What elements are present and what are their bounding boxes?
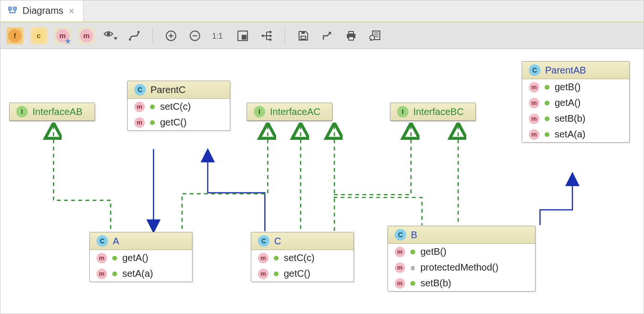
visibility-dropdown-button[interactable] <box>102 27 119 44</box>
save-button[interactable] <box>295 27 312 44</box>
edge-style-button[interactable] <box>126 27 143 44</box>
tab-diagrams[interactable]: Diagrams ✕ <box>0 0 84 21</box>
svg-point-38 <box>410 281 415 286</box>
svg-rect-20 <box>349 31 354 34</box>
node-title: InterfaceAC <box>270 106 321 117</box>
svg-point-12 <box>269 31 272 33</box>
curve-icon <box>129 30 140 42</box>
close-icon[interactable]: ✕ <box>68 7 75 16</box>
class-badge-icon: C <box>395 229 406 241</box>
node-body: m getA() m setA(a) <box>90 250 192 282</box>
layout-button[interactable] <box>258 27 275 44</box>
member-row[interactable]: m setB(b) <box>388 275 535 291</box>
svg-point-33 <box>112 272 117 276</box>
member-row[interactable]: m getA() <box>522 95 629 111</box>
export-button[interactable] <box>319 27 336 44</box>
preview-button[interactable] <box>366 27 384 44</box>
node-b[interactable]: C B m getB() m protectedMethod() m setB(… <box>387 226 536 292</box>
public-icon <box>111 271 118 277</box>
svg-point-32 <box>112 256 117 261</box>
svg-point-14 <box>269 38 272 41</box>
node-title: InterfaceBC <box>413 106 464 117</box>
svg-point-15 <box>262 34 264 37</box>
protected-icon <box>409 264 416 271</box>
node-c[interactable]: C C m setC(c) m getC() <box>251 232 354 282</box>
svg-point-28 <box>545 85 549 90</box>
zoom-out-button[interactable] <box>186 27 204 44</box>
method-badge-icon: m <box>258 253 268 263</box>
tab-label: Diagrams <box>22 5 64 16</box>
node-a[interactable]: C A m getA() m setA(a) <box>89 232 193 282</box>
svg-point-5 <box>129 38 131 41</box>
tree-icon <box>261 30 272 42</box>
toggle-fields-button[interactable]: f <box>6 27 23 44</box>
interface-badge-icon: I <box>397 106 408 117</box>
svg-point-26 <box>150 105 155 109</box>
public-icon <box>544 100 550 106</box>
member-row[interactable]: m getB() <box>388 244 535 260</box>
diagram-canvas[interactable]: I InterfaceAB C ParentC m setC(c) m getC… <box>0 49 644 314</box>
actual-size-button[interactable]: 1:1 <box>210 27 227 44</box>
node-body: m setC(c) m getC() <box>128 99 230 130</box>
method-badge-icon: m <box>395 278 405 289</box>
member-row[interactable]: m setA(a) <box>90 266 192 282</box>
class-badge-icon: C <box>97 235 108 247</box>
public-icon <box>544 84 550 91</box>
node-interfacebc[interactable]: I InterfaceBC <box>390 103 476 121</box>
public-icon <box>409 249 416 255</box>
node-parentab[interactable]: C ParentAB m getB() m getA() m setB(b) m <box>522 61 630 143</box>
node-title: ParentC <box>150 84 185 95</box>
zoom-in-button[interactable] <box>162 27 180 44</box>
toggle-methods-starred-button[interactable]: m <box>54 27 71 44</box>
method-badge-icon: m <box>529 82 539 93</box>
node-interfaceab[interactable]: I InterfaceAB <box>9 103 95 121</box>
method-badge-icon: m <box>395 262 405 273</box>
eye-icon <box>103 31 118 41</box>
zoom-out-icon <box>189 30 201 42</box>
member-row[interactable]: m setC(c) <box>251 250 354 266</box>
toggle-constructors-button[interactable]: c <box>30 27 47 44</box>
star-icon <box>65 38 71 44</box>
fit-content-button[interactable] <box>234 27 251 44</box>
public-icon <box>544 131 550 138</box>
search-doc-icon <box>369 31 381 41</box>
print-button[interactable] <box>343 27 360 44</box>
node-title: InterfaceAB <box>32 106 83 117</box>
svg-point-31 <box>545 132 549 137</box>
public-icon <box>544 115 550 122</box>
node-interfaceac[interactable]: I InterfaceAC <box>247 103 333 121</box>
method-badge-icon: m <box>134 117 145 128</box>
member-row[interactable]: m protectedMethod() <box>388 260 535 275</box>
member-row[interactable]: m setB(b) <box>522 111 629 126</box>
save-icon <box>298 31 309 41</box>
member-row[interactable]: m getA() <box>90 250 192 266</box>
public-icon <box>273 255 279 262</box>
svg-point-34 <box>274 256 279 261</box>
node-body: m getB() m getA() m setB(b) m setA(a) <box>522 79 629 142</box>
svg-point-3 <box>107 32 110 35</box>
toggle-methods-button[interactable]: m <box>78 27 95 44</box>
toolbar: f c m m <box>0 22 644 49</box>
class-badge-icon: C <box>134 84 146 95</box>
member-row[interactable]: m getC() <box>251 266 354 282</box>
member-row[interactable]: m setC(c) <box>128 99 230 115</box>
node-body: m setC(c) m getC() <box>251 250 354 282</box>
node-parentc[interactable]: C ParentC m setC(c) m getC() <box>127 81 230 131</box>
toolbar-separator <box>285 29 285 43</box>
method-badge-icon: m <box>97 269 107 279</box>
method-badge-icon: m <box>395 247 405 257</box>
svg-text:1:1: 1:1 <box>212 32 223 40</box>
class-badge-icon: C <box>258 235 269 247</box>
method-badge-icon: m <box>529 114 539 124</box>
export-icon <box>322 31 333 41</box>
interface-badge-icon: I <box>254 106 265 117</box>
member-row[interactable]: m getC() <box>128 115 230 130</box>
public-icon <box>409 280 416 287</box>
svg-point-6 <box>138 31 140 33</box>
node-title: A <box>113 236 119 247</box>
public-icon <box>149 104 156 110</box>
class-badge-icon: C <box>529 64 540 76</box>
zoom-in-icon <box>165 30 177 42</box>
member-row[interactable]: m setA(a) <box>522 126 629 142</box>
member-row[interactable]: m getB() <box>522 79 629 95</box>
